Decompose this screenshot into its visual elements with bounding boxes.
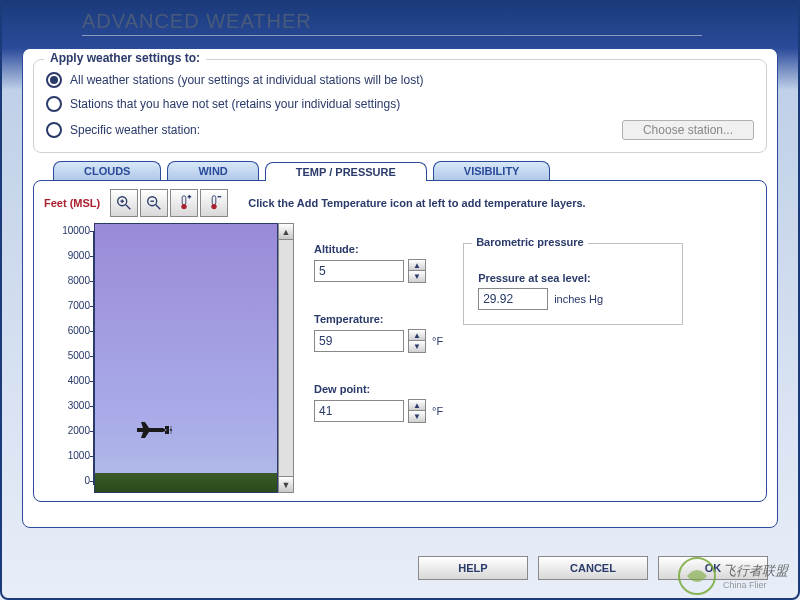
altitude-input[interactable] — [314, 260, 404, 282]
watermark-logo-icon — [677, 556, 717, 596]
temperature-field-group: Temperature: ▲ ▼ °F — [314, 313, 443, 353]
axis-tick: 0 — [48, 475, 90, 486]
dewpoint-field-group: Dew point: ▲ ▼ °F — [314, 383, 443, 423]
radio-icon — [46, 122, 62, 138]
dewpoint-spinner[interactable]: ▲ ▼ — [408, 399, 426, 423]
pressure-input[interactable] — [478, 288, 548, 310]
title-bar: ADVANCED WEATHER — [2, 2, 798, 42]
tab-clouds[interactable]: CLOUDS — [53, 161, 161, 180]
temperature-unit: °F — [432, 335, 443, 347]
altitude-scrollbar[interactable]: ▲ ▼ — [278, 223, 294, 493]
watermark-subtext: China Flier — [723, 580, 788, 590]
altitude-spinner[interactable]: ▲ ▼ — [408, 259, 426, 283]
axis-tick: 8000 — [48, 275, 90, 286]
axis-tick: 1000 — [48, 450, 90, 461]
radio-label: Specific weather station: — [70, 123, 200, 137]
svg-rect-7 — [182, 196, 186, 205]
dewpoint-input[interactable] — [314, 400, 404, 422]
radio-label: All weather stations (your settings at i… — [70, 73, 424, 87]
radio-all-stations[interactable]: All weather stations (your settings at i… — [46, 68, 754, 92]
sky-canvas[interactable] — [94, 223, 278, 493]
axis-tick: 5000 — [48, 350, 90, 361]
pressure-group: Barometric pressure Pressure at sea leve… — [463, 243, 683, 325]
svg-rect-11 — [212, 196, 216, 205]
axis-tick: 4000 — [48, 375, 90, 386]
axis-tick: 3000 — [48, 400, 90, 411]
tab-content: Feet (MSL) — [33, 180, 767, 502]
temperature-label: Temperature: — [314, 313, 443, 325]
axis-tick: 9000 — [48, 250, 90, 261]
watermark-text: 飞行者联盟 — [723, 562, 788, 580]
choose-station-button[interactable]: Choose station... — [622, 120, 754, 140]
zoom-in-icon — [115, 194, 133, 212]
apply-group-legend: Apply weather settings to: — [44, 51, 206, 65]
thermometer-plus-icon — [175, 194, 193, 212]
spinner-up-icon[interactable]: ▲ — [409, 400, 425, 411]
svg-line-5 — [156, 205, 161, 210]
altitude-field-group: Altitude: ▲ ▼ — [314, 243, 443, 283]
svg-point-12 — [212, 204, 217, 209]
altitude-label: Altitude: — [314, 243, 443, 255]
spinner-down-icon[interactable]: ▼ — [409, 271, 425, 282]
scroll-up-button[interactable]: ▲ — [279, 224, 293, 240]
spinner-up-icon[interactable]: ▲ — [409, 260, 425, 271]
spinner-down-icon[interactable]: ▼ — [409, 341, 425, 352]
pressure-label: Pressure at sea level: — [478, 272, 668, 284]
temperature-spinner[interactable]: ▲ ▼ — [408, 329, 426, 353]
window-title: ADVANCED WEATHER — [82, 10, 702, 36]
axis-tick: 6000 — [48, 325, 90, 336]
remove-temperature-button[interactable] — [200, 189, 228, 217]
pressure-group-label: Barometric pressure — [472, 236, 588, 248]
altitude-panel: 10000 9000 8000 7000 6000 5000 4000 3000… — [44, 223, 294, 493]
tabs-area: CLOUDS WIND TEMP / PRESSURE VISIBILITY F… — [33, 161, 767, 502]
zoom-in-button[interactable] — [110, 189, 138, 217]
instruction-text: Click the Add Temperature icon at left t… — [248, 197, 585, 209]
radio-unset-stations[interactable]: Stations that you have not set (retains … — [46, 92, 754, 116]
radio-label: Stations that you have not set (retains … — [70, 97, 400, 111]
tab-row: CLOUDS WIND TEMP / PRESSURE VISIBILITY — [33, 161, 767, 180]
dewpoint-label: Dew point: — [314, 383, 443, 395]
cancel-button[interactable]: CANCEL — [538, 556, 648, 580]
watermark: 飞行者联盟 China Flier — [677, 556, 788, 596]
radio-icon — [46, 96, 62, 112]
radio-specific-station[interactable]: Specific weather station: Choose station… — [46, 116, 754, 144]
axis-tick: 7000 — [48, 300, 90, 311]
svg-point-8 — [182, 204, 187, 209]
radio-icon — [46, 72, 62, 88]
main-panel: Apply weather settings to: All weather s… — [22, 48, 778, 528]
tab-visibility[interactable]: VISIBILITY — [433, 161, 551, 180]
spinner-down-icon[interactable]: ▼ — [409, 411, 425, 422]
scroll-down-button[interactable]: ▼ — [279, 476, 293, 492]
help-button[interactable]: HELP — [418, 556, 528, 580]
axis-tick: 10000 — [48, 225, 90, 236]
add-temperature-button[interactable] — [170, 189, 198, 217]
apply-settings-group: Apply weather settings to: All weather s… — [33, 59, 767, 153]
spinner-up-icon[interactable]: ▲ — [409, 330, 425, 341]
altitude-axis: 10000 9000 8000 7000 6000 5000 4000 3000… — [44, 223, 94, 493]
zoom-out-button[interactable] — [140, 189, 168, 217]
axis-label: Feet (MSL) — [44, 197, 100, 209]
pressure-unit: inches Hg — [554, 293, 603, 305]
axis-tick: 2000 — [48, 425, 90, 436]
temperature-input[interactable] — [314, 330, 404, 352]
dewpoint-unit: °F — [432, 405, 443, 417]
zoom-out-icon — [145, 194, 163, 212]
thermometer-minus-icon — [205, 194, 223, 212]
airplane-icon — [135, 420, 179, 444]
tab-temp-pressure[interactable]: TEMP / PRESSURE — [265, 162, 427, 181]
tab-wind[interactable]: WIND — [167, 161, 258, 180]
svg-line-1 — [126, 205, 131, 210]
